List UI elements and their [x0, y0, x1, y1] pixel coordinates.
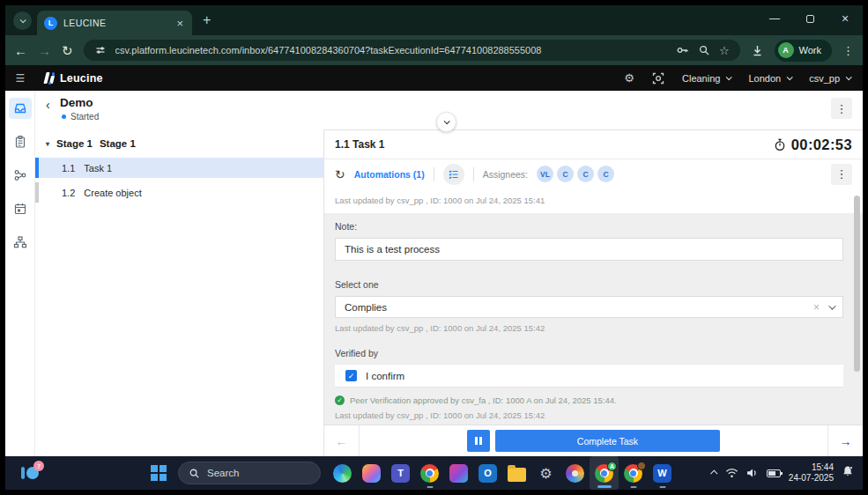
task-body: Last updated by csv_pp , ID: 1000 on Jul…	[324, 188, 863, 425]
scan-icon[interactable]	[652, 72, 664, 85]
process-menu-button[interactable]: ⋮	[831, 98, 852, 119]
chrome-work-profile-icon[interactable]: A	[590, 456, 619, 490]
scheduler-nav-icon[interactable]	[9, 198, 32, 219]
zoom-icon[interactable]	[698, 44, 710, 56]
leucine-logo-icon	[42, 71, 55, 85]
chrome-profile2-icon[interactable]	[619, 456, 648, 490]
clock-time: 15:44	[789, 462, 834, 474]
settings-icon[interactable]: ⚙	[531, 456, 560, 490]
parameters-list-button[interactable]	[443, 164, 464, 185]
file-explorer-icon[interactable]	[502, 456, 531, 490]
tab-search-button[interactable]	[13, 11, 32, 30]
chevron-down-icon	[787, 74, 793, 80]
use-case-label: Cleaning	[682, 73, 720, 84]
minimize-button[interactable]: —	[757, 5, 792, 32]
word-icon[interactable]: W	[648, 456, 677, 490]
checkbox-checked-icon[interactable]: ✓	[345, 370, 357, 381]
facility-menu[interactable]: London	[748, 73, 791, 84]
note-input[interactable]	[335, 238, 843, 261]
complete-task-button[interactable]: Complete Task	[495, 430, 720, 452]
tab-close-icon[interactable]: ×	[174, 17, 185, 30]
close-button[interactable]: ×	[827, 5, 863, 32]
divider	[434, 167, 434, 181]
task-name: Task 1	[84, 163, 112, 174]
ontology-nav-icon[interactable]	[9, 232, 32, 253]
site-info-icon[interactable]	[94, 44, 107, 56]
forward-button[interactable]: →	[38, 44, 51, 57]
browser-tab[interactable]: L LEUCINE ×	[37, 11, 192, 35]
automations-link[interactable]: Automations (1)	[354, 169, 425, 180]
peer-verification-row: ✓ Peer Verification approved by csv_fa ,…	[335, 395, 843, 405]
window-controls: — ×	[757, 5, 863, 32]
avatar[interactable]: C	[577, 166, 594, 182]
windows-taskbar: 7 Search T O ⚙ A W 15:44	[5, 456, 863, 490]
assignees-label: Assignees:	[483, 169, 528, 180]
password-key-icon[interactable]	[676, 44, 689, 56]
process-title: Demo	[60, 96, 93, 109]
approval-text: Peer Verification approved by csv_fa , I…	[350, 395, 617, 405]
url-text: csv.platform.leucinetech.com/inbox/64774…	[115, 45, 667, 55]
jobs-nav-icon[interactable]	[9, 131, 32, 152]
task-head: 1.1 Task 1 00:02:53	[324, 130, 863, 159]
task-list-item[interactable]: 1.2 Create object	[35, 182, 323, 203]
select-value: Complies	[345, 302, 805, 313]
brand[interactable]: Leucine	[42, 71, 103, 85]
hamburger-icon[interactable]: ☰	[5, 72, 35, 85]
settings-gear-icon[interactable]: ⚙	[624, 71, 634, 85]
browser-profile-chip[interactable]: A Work	[775, 40, 832, 62]
paint-icon[interactable]	[560, 456, 590, 490]
inbox-nav-icon[interactable]	[9, 98, 32, 119]
stage-name: Stage 1	[100, 138, 136, 149]
pause-task-button[interactable]	[467, 430, 490, 452]
confirm-checkbox-row[interactable]: ✓ I confirm	[335, 365, 843, 388]
avatar[interactable]: VL	[537, 166, 553, 182]
stage-number: Stage 1	[56, 138, 93, 149]
next-task-button[interactable]: →	[827, 425, 863, 456]
approved-check-icon: ✓	[335, 395, 345, 405]
task-title: 1.1 Task 1	[335, 138, 384, 151]
teams-icon[interactable]: T	[386, 456, 415, 490]
timer-value: 00:02:53	[791, 137, 852, 153]
copilot-icon[interactable]	[357, 456, 386, 490]
tray-expand-icon[interactable]	[710, 469, 717, 477]
taskbar-search[interactable]: Search	[178, 462, 321, 484]
download-icon[interactable]	[751, 44, 764, 57]
user-menu[interactable]: csv_pp	[809, 73, 850, 84]
search-placeholder: Search	[207, 468, 239, 478]
new-tab-button[interactable]: +	[203, 12, 211, 28]
start-button[interactable]	[151, 465, 167, 481]
select-one-dropdown[interactable]: Complies ×	[335, 296, 843, 318]
task-timer: 00:02:53	[774, 137, 852, 153]
avatar[interactable]: C	[597, 166, 614, 182]
peng-app-icon[interactable]	[444, 456, 473, 490]
outlook-icon[interactable]: O	[473, 456, 502, 490]
back-chevron-icon[interactable]: ‹	[46, 98, 50, 112]
browser-menu-icon[interactable]: ⋮	[842, 44, 854, 57]
collapse-panel-button[interactable]	[436, 112, 456, 132]
system-tray: 15:44 24-07-2025	[712, 456, 854, 490]
edge-icon[interactable]	[328, 456, 357, 490]
reload-button[interactable]: ↻	[62, 44, 73, 57]
url-bar[interactable]: csv.platform.leucinetech.com/inbox/64774…	[84, 40, 740, 61]
sync-icon[interactable]: ↻	[335, 167, 345, 181]
battery-icon[interactable]	[767, 469, 781, 477]
clear-icon[interactable]: ×	[813, 301, 820, 314]
notifications-bell-icon[interactable]	[842, 465, 854, 481]
scrollbar-thumb[interactable]	[854, 196, 860, 372]
workflows-nav-icon[interactable]	[9, 165, 32, 186]
taskbar-clock[interactable]: 15:44 24-07-2025	[789, 462, 834, 484]
stage-header[interactable]: ▾ Stage 1 Stage 1	[35, 129, 323, 158]
profile-name: Work	[799, 45, 821, 55]
chat-people-icon[interactable]: 7	[21, 462, 44, 484]
volume-icon[interactable]	[746, 468, 759, 478]
chrome-icon[interactable]	[415, 456, 444, 490]
back-button[interactable]: ←	[14, 44, 27, 57]
wifi-icon[interactable]	[725, 468, 738, 478]
use-case-menu[interactable]: Cleaning	[682, 73, 731, 84]
bookmark-star-icon[interactable]: ☆	[719, 44, 730, 57]
task-menu-button[interactable]: ⋮	[831, 164, 852, 185]
left-rail	[5, 91, 35, 456]
restore-button[interactable]	[792, 5, 827, 32]
avatar[interactable]: C	[557, 166, 574, 182]
task-list-item[interactable]: 1.1 Task 1	[35, 158, 323, 178]
